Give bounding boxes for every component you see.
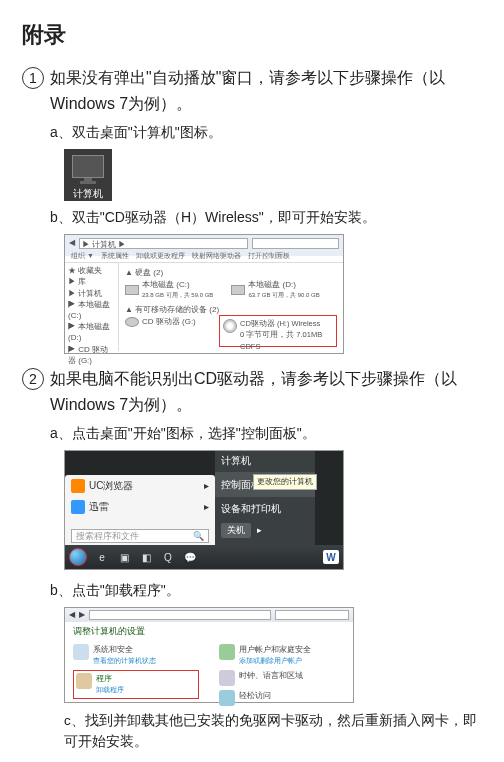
step-2b: b、点击"卸载程序"。 [50, 580, 482, 601]
step-1b: b、双击"CD驱动器（H）Wireless"，即可开始安装。 [50, 207, 482, 228]
cd-drive-h-callout: CD驱动器 (H:) Wireless 0 字节可用，共 7.01MB CDFS [219, 315, 337, 347]
taskbar-explorer-icon: ▣ [117, 550, 131, 564]
taskbar-qq-icon: Q [161, 550, 175, 564]
step-number-2: 2 [22, 368, 44, 390]
step-2-text: 如果电脑不能识别出CD驱动器，请参考以下步骤操作（以Windows 7为例）。 [50, 366, 482, 417]
taskbar-app-icon: ◧ [139, 550, 153, 564]
step-1-text: 如果没有弹出"自动播放"窗口，请参考以下步骤操作（以Windows 7为例）。 [50, 65, 482, 116]
start-menu-screenshot: 计算机 控制面板 ▸ 更改您的计算机 设备和打印机 关机▸ UC浏览器▸ 迅雷▸… [64, 450, 344, 570]
explorer-window: ◀ ▶ 计算机 ▶ 组织 ▼ 系统属性 卸载或更改程序 映射网络驱动器 打开控制… [64, 234, 344, 354]
address-bar: ▶ 计算机 ▶ [79, 238, 248, 249]
taskbar-chat-icon: 💬 [183, 550, 197, 564]
drive-d: 本地磁盘 (D:)63.7 GB 可用，共 90.0 GB [231, 279, 319, 300]
start-menu-right: 计算机 控制面板 ▸ 更改您的计算机 设备和打印机 关机▸ [215, 450, 315, 545]
step-1a: a、双击桌面"计算机"图标。 [50, 122, 482, 143]
app-uc: UC浏览器▸ [65, 475, 215, 496]
computer-icon-label: 计算机 [73, 186, 103, 201]
cp-system: 系统和安全查看您的计算机状态 [73, 644, 199, 667]
cp-heading: 调整计算机的设置 [65, 622, 353, 642]
cd-icon [223, 319, 237, 333]
search-icon: 🔍 [193, 530, 204, 544]
nav-back-icon: ◀ [69, 609, 75, 621]
explorer-sidebar: ★ 收藏夹 ▶ 库 ▶ 计算机 ⯈ 本地磁盘 (C:) ⯈ 本地磁盘 (D:) … [65, 263, 119, 351]
shutdown-button: 关机 [221, 523, 251, 539]
computer-desktop-icon: 计算机 [64, 149, 112, 201]
power-row: 关机▸ [215, 520, 315, 542]
start-orb-highlighted [69, 548, 87, 566]
menu-control-panel: 控制面板 ▸ 更改您的计算机 [215, 472, 315, 497]
cd-drive-g: CD 驱动器 (G:) [125, 316, 196, 328]
cp-programs-highlighted: 程序卸载程序 [73, 670, 199, 699]
cp-user: 用户帐户和家庭安全添加或删除用户帐户 [219, 644, 345, 667]
cp-access: 轻松访问 [219, 690, 345, 706]
step-2a: a、点击桌面"开始"图标，选择"控制面板"。 [50, 423, 482, 444]
nav-back-icon: ◀ [69, 237, 75, 249]
start-search: 搜索程序和文件🔍 [71, 529, 209, 543]
control-panel-tooltip: 更改您的计算机 [253, 474, 317, 490]
step-2c: c、找到并卸载其他已安装的免驱网卡驱动，然后重新插入网卡，即可开始安装。 [64, 711, 482, 752]
taskbar-word-icon: W [323, 550, 339, 564]
step-1: 1 如果没有弹出"自动播放"窗口，请参考以下步骤操作（以Windows 7为例）… [22, 65, 482, 116]
menu-devices: 设备和打印机 [215, 497, 315, 520]
cp-clock: 时钟、语言和区域 [219, 670, 345, 686]
start-menu-left: UC浏览器▸ 迅雷▸ 搜索程序和文件🔍 [65, 475, 215, 545]
cp-search [275, 610, 349, 620]
page-title: 附录 [22, 18, 482, 51]
drive-c: 本地磁盘 (C:)23.8 GB 可用，共 59.0 GB [125, 279, 213, 300]
taskbar-ie-icon: e [95, 550, 109, 564]
cp-address-bar [89, 610, 271, 620]
monitor-icon [72, 155, 104, 177]
step-number-1: 1 [22, 67, 44, 89]
search-box [252, 238, 339, 249]
step-2: 2 如果电脑不能识别出CD驱动器，请参考以下步骤操作（以Windows 7为例）… [22, 366, 482, 417]
menu-computer: 计算机 [215, 450, 315, 472]
app-xunlei: 迅雷▸ [65, 496, 215, 517]
control-panel-window: ◀▶ 调整计算机的设置 系统和安全查看您的计算机状态 程序卸载程序 用户帐户和家… [64, 607, 354, 703]
taskbar: e ▣ ◧ Q 💬 W [65, 545, 343, 569]
